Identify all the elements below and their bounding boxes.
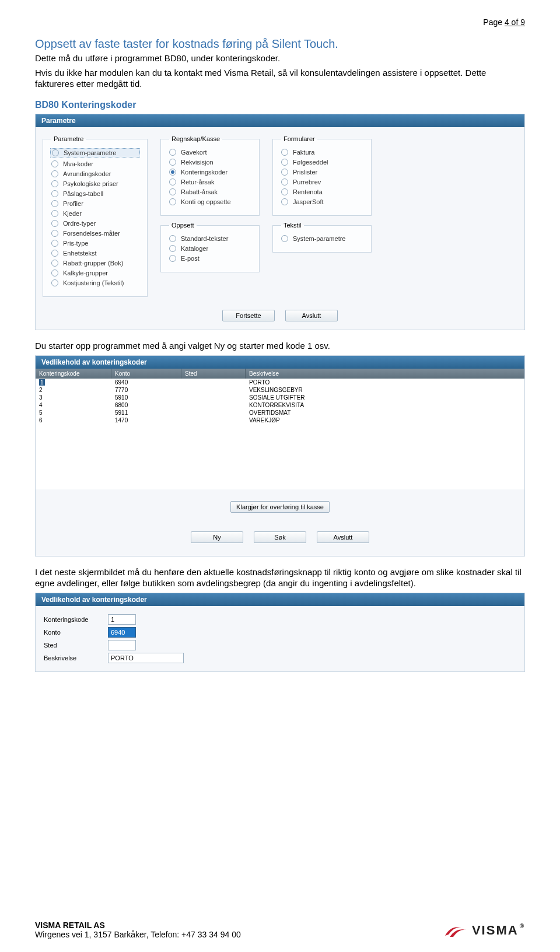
konteringskode-label: Konteringskode [44, 616, 108, 623]
radio-option[interactable]: Faktura [281, 149, 363, 156]
radio-option[interactable]: Følgeseddel [281, 159, 363, 166]
radio-option[interactable]: Gavekort [169, 149, 251, 156]
exit-button[interactable]: Avslutt [317, 531, 369, 543]
radio-option[interactable]: Påslags-tabell [51, 190, 139, 197]
page-title: Oppsett av faste taster for kostnads før… [35, 37, 525, 51]
radio-option[interactable]: Konti og oppsette [169, 198, 251, 205]
parametre-group: Parametre System-parametre Mva-koder Avr… [43, 135, 148, 297]
option-label: Rekvisisjon [181, 159, 214, 166]
sted-input[interactable] [108, 640, 136, 650]
search-button[interactable]: Søk [254, 531, 306, 543]
radio-icon [169, 178, 176, 186]
group-legend: Regnskap/Kasse [169, 135, 222, 142]
option-label: Konti og oppsette [181, 198, 231, 205]
body-text: Dette må du utføre i programmet BD80, un… [35, 53, 525, 64]
option-label: Standard-tekster [181, 235, 228, 242]
beskrivelse-input[interactable] [108, 653, 184, 663]
radio-icon [51, 230, 58, 237]
new-button[interactable]: Ny [191, 531, 243, 543]
radio-icon [51, 170, 58, 177]
option-label: Kataloger [181, 245, 208, 252]
radio-option[interactable]: Profiler [51, 200, 139, 207]
radio-icon [51, 240, 58, 247]
option-label: Kjeder [63, 210, 82, 217]
radio-icon [169, 235, 176, 242]
radio-option[interactable]: Psykologiske priser [51, 180, 139, 187]
prepare-transfer-button[interactable]: Klargjør for overføring til kasse [230, 501, 330, 513]
radio-option[interactable]: Forsendelses-måter [51, 230, 139, 237]
table-row[interactable]: 55911OVERTIDSMAT [36, 409, 524, 416]
body-text: I det neste skjermbildet må du henføre d… [35, 567, 525, 589]
option-label: Faktura [293, 149, 314, 156]
radio-icon [169, 245, 176, 252]
radio-option[interactable]: JasperSoft [281, 198, 363, 205]
radio-option[interactable]: Ordre-typer [51, 220, 139, 227]
radio-icon [281, 198, 288, 205]
radio-option[interactable]: Kostjustering (Tekstil) [51, 279, 139, 286]
radio-option[interactable]: Enhetstekst [51, 250, 139, 257]
radio-icon [169, 159, 176, 166]
radio-option[interactable]: Retur-årsak [169, 178, 251, 186]
konto-input[interactable] [108, 627, 136, 638]
exit-button[interactable]: Avslutt [285, 310, 338, 321]
radio-option[interactable]: Purrebrev [281, 178, 363, 186]
radio-option[interactable]: Rabatt-grupper (Bok) [51, 260, 139, 267]
radio-option[interactable]: E-post [169, 255, 251, 262]
option-label: System-parametre [293, 235, 345, 242]
radio-icon [169, 198, 176, 205]
col-beskrivelse[interactable]: Beskrivelse [246, 369, 524, 379]
option-label: Enhetstekst [63, 250, 96, 257]
radio-option[interactable]: Rentenota [281, 188, 363, 195]
radio-option[interactable]: Standard-tekster [169, 235, 251, 242]
radio-option[interactable]: Avrundingskoder [51, 170, 139, 177]
option-label: Prislister [293, 169, 317, 176]
radio-icon [281, 159, 288, 166]
group-legend: Tekstil [281, 222, 304, 229]
sted-label: Sted [44, 642, 108, 649]
continue-button[interactable]: Fortsette [222, 310, 275, 321]
radio-icon [51, 200, 58, 207]
regnskap-group: Regnskap/Kasse Gavekort Rekvisisjon Kont… [160, 135, 260, 216]
beskrivelse-label: Beskrivelse [44, 654, 108, 662]
table-row[interactable]: 16940PORTO [36, 379, 524, 386]
option-label: Pris-type [63, 240, 88, 247]
option-label: JasperSoft [293, 198, 324, 205]
option-label: Forsendelses-måter [63, 230, 120, 237]
table-header-row: Konteringskode Konto Sted Beskrivelse [36, 369, 524, 379]
table-row[interactable]: 35910SOSIALE UTGIFTER [36, 394, 524, 401]
radio-option[interactable]: Kataloger [169, 245, 251, 252]
parametre-panel: Parametre Parametre System-parametre Mva… [35, 114, 525, 330]
radio-option[interactable]: Rekvisisjon [169, 159, 251, 166]
radio-icon [281, 188, 288, 195]
radio-option[interactable]: Rabatt-årsak [169, 188, 251, 195]
radio-option-system-parametre[interactable]: System-parametre [50, 148, 140, 158]
radio-icon [52, 149, 59, 156]
option-label: Purrebrev [293, 178, 321, 186]
radio-option[interactable]: Pris-type [51, 240, 139, 247]
option-label: System-parametre [64, 149, 116, 156]
radio-icon [169, 255, 176, 262]
formularer-group: Formularer Faktura Følgeseddel Prisliste… [272, 135, 372, 216]
radio-icon [51, 279, 58, 286]
radio-option[interactable]: Prislister [281, 169, 363, 176]
radio-option[interactable]: Mva-koder [51, 160, 139, 167]
table-row[interactable]: 27770VEKSLINGSGEBYR [36, 386, 524, 394]
radio-option[interactable]: Kalkyle-grupper [51, 270, 139, 276]
page-footer: VISMA RETAIL AS Wirgenes vei 1, 3157 Bar… [35, 921, 525, 939]
radio-icon [169, 169, 176, 176]
radio-icon [51, 220, 58, 227]
radio-option[interactable]: Kjeder [51, 210, 139, 217]
radio-option-konteringskoder[interactable]: Konteringskoder [169, 169, 251, 176]
radio-icon [169, 188, 176, 195]
col-sted[interactable]: Sted [181, 369, 246, 379]
col-konteringskode[interactable]: Konteringskode [36, 369, 111, 379]
konto-label: Konto [44, 629, 108, 636]
col-konto[interactable]: Konto [111, 369, 181, 379]
table-row[interactable]: 46800KONTORREKVISITA [36, 401, 524, 409]
radio-icon [51, 180, 58, 187]
radio-option[interactable]: System-parametre [281, 235, 363, 242]
visma-swirl-icon [444, 922, 467, 939]
konteringskode-input[interactable] [108, 614, 136, 625]
table-row[interactable]: 61470VAREKJØP [36, 416, 524, 424]
oppsett-group: Oppsett Standard-tekster Kataloger E-pos… [160, 222, 260, 272]
